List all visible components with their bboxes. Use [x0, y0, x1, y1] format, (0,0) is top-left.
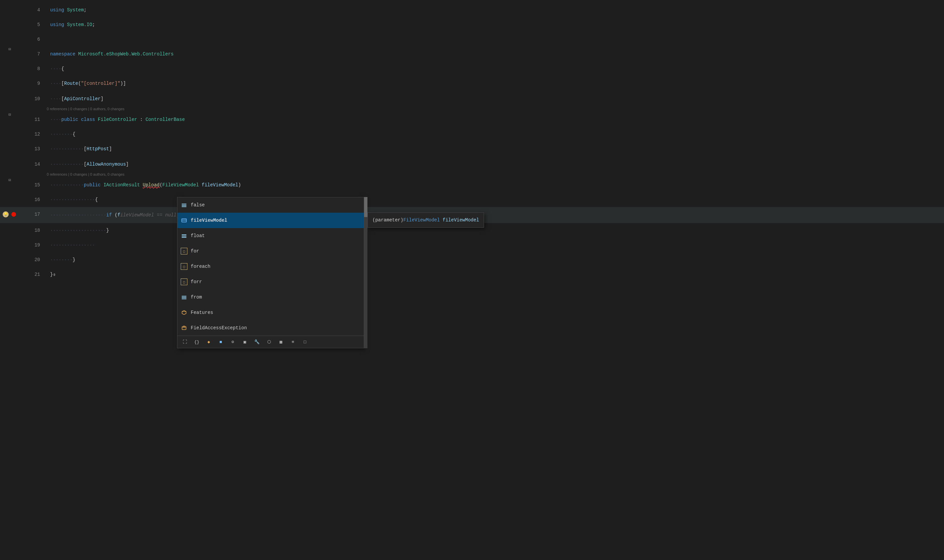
- svg-rect-6: [182, 234, 186, 235]
- item-label-for: for: [191, 248, 199, 254]
- line-content-5: using System.IO;: [47, 17, 944, 32]
- svg-rect-11: [182, 298, 186, 299]
- toolbar-class-icon[interactable]: ◆: [205, 338, 213, 346]
- svg-rect-9: [182, 296, 186, 297]
- code-line-6: 6: [0, 32, 944, 47]
- line-14-hint: 0 references | 0 changes | 0 authors, 0 …: [47, 172, 125, 177]
- item-label-foreach: foreach: [191, 264, 211, 269]
- autocomplete-item-for[interactable]: □ for: [177, 243, 364, 259]
- line-number-15: 15: [20, 178, 47, 192]
- lightbulb-icon[interactable]: 💡: [3, 211, 9, 217]
- gutter-7: ⊟: [0, 47, 20, 52]
- line-number-13: 13: [20, 142, 47, 156]
- line-number-4: 4: [20, 3, 47, 17]
- line-content-10: ····[ApiController]: [47, 91, 103, 106]
- toolbar-cube-icon[interactable]: ⬡: [265, 338, 273, 346]
- fold-icon-11[interactable]: ⊟: [8, 112, 11, 117]
- keyword-icon: [181, 202, 187, 208]
- autocomplete-panel: false fileViewModel float: [177, 197, 484, 348]
- code-line-10: 10 ····[ApiController] 0 references | 0 …: [0, 91, 944, 112]
- item-label-fae: FieldAccessException: [191, 325, 247, 331]
- code-line-11: ⊟ 11 ····public class FileController : C…: [0, 112, 944, 127]
- line-content-12: ········{: [47, 127, 944, 142]
- line-number-18: 18: [20, 223, 47, 238]
- autocomplete-list[interactable]: false fileViewModel float: [177, 197, 364, 348]
- line-content-7: namespace Microsoft.eShopWeb.Web.Control…: [47, 47, 944, 62]
- line-content-11: ····public class FileController : Contro…: [47, 112, 944, 127]
- autocomplete-item-false[interactable]: false: [177, 197, 364, 213]
- line-number-21: 21: [20, 267, 47, 282]
- toolbar-circle-icon[interactable]: ⊙: [229, 338, 237, 346]
- keyword-icon-float: [181, 232, 187, 239]
- editor-container: 4 using System; 5 using System.IO; 6 ⊟: [0, 0, 944, 560]
- autocomplete-item-fieldaccessexception[interactable]: FieldAccessException: [177, 320, 364, 335]
- toolbar-interface-icon[interactable]: ▦: [277, 338, 285, 346]
- line-content-13: ············[HttpPost]: [47, 142, 944, 156]
- code-line-8: 8 ····{: [0, 62, 944, 76]
- code-line-9: 9 ····[Route("[controller]")]: [0, 76, 944, 91]
- toolbar-tool-icon[interactable]: 🔧: [253, 338, 261, 346]
- ghost-completion: ileViewModel: [120, 208, 154, 222]
- line-number-14: 14: [20, 157, 47, 172]
- line-number-8: 8: [20, 62, 47, 76]
- snippet-icon-forr: □: [181, 278, 187, 285]
- gutter-11: ⊟: [0, 112, 20, 117]
- code-line-4: 4 using System;: [0, 3, 944, 17]
- autocomplete-item-from[interactable]: from: [177, 289, 364, 305]
- svg-rect-0: [182, 204, 186, 205]
- code-line-7: ⊟ 7 namespace Microsoft.eShopWeb.Web.Con…: [0, 47, 944, 62]
- line-number-10: 10: [20, 91, 47, 106]
- autocomplete-item-fileviewmodel[interactable]: fileViewModel: [177, 213, 364, 228]
- line-number-11: 11: [20, 112, 47, 127]
- line-number-16: 16: [20, 192, 47, 207]
- gutter-17: 💡: [0, 207, 20, 222]
- info-popup: (parameter) FileViewModel fileViewModel: [367, 212, 484, 228]
- svg-rect-7: [182, 236, 186, 237]
- line-content-8: ····{: [47, 62, 944, 76]
- autocomplete-container: false fileViewModel float: [177, 197, 484, 348]
- autocomplete-item-forr[interactable]: □ forr: [177, 274, 364, 289]
- line-number-19: 19: [20, 238, 47, 252]
- item-label-false: false: [191, 202, 205, 208]
- toolbar-list-icon[interactable]: ≡: [289, 338, 297, 346]
- parameter-icon: [181, 217, 187, 224]
- toolbar-property-icon[interactable]: ▣: [241, 338, 249, 346]
- toolbar-module-icon[interactable]: □: [301, 338, 309, 346]
- snippet-icon-for: □: [181, 248, 187, 254]
- line-number-20: 20: [20, 252, 47, 267]
- autocomplete-item-float[interactable]: float: [177, 228, 364, 243]
- toolbar-snippet-icon[interactable]: {}: [193, 338, 201, 346]
- line-content-15: ············public IActionResult Upload(…: [47, 178, 944, 192]
- item-label-from: from: [191, 294, 202, 300]
- gutter-15: ⊟: [0, 178, 20, 183]
- code-line-13: 13 ············[HttpPost]: [0, 142, 944, 156]
- fold-icon-15[interactable]: ⊟: [8, 178, 11, 183]
- namespace-icon-features: [181, 309, 187, 316]
- code-line-5: 5 using System.IO;: [0, 17, 944, 32]
- keyword-icon-from: [181, 294, 187, 300]
- autocomplete-item-features[interactable]: Features: [177, 305, 364, 320]
- item-label-features: Features: [191, 310, 213, 315]
- line-number-7: 7: [20, 47, 47, 62]
- svg-rect-3: [182, 219, 186, 222]
- item-label-float: float: [191, 233, 205, 238]
- autocomplete-scrollbar[interactable]: [364, 197, 367, 348]
- line-content-4: using System;: [47, 3, 944, 17]
- line-number-9: 9: [20, 76, 47, 91]
- class-icon-fae: [181, 325, 187, 331]
- autocomplete-item-foreach[interactable]: □ foreach: [177, 259, 364, 274]
- code-line-15: ⊟ 15 ············public IActionResult Up…: [0, 178, 944, 192]
- svg-rect-2: [182, 206, 186, 207]
- toolbar-expand-icon[interactable]: ⛶: [181, 338, 189, 346]
- svg-rect-8: [182, 237, 186, 238]
- line-number-12: 12: [20, 127, 47, 142]
- fold-icon-7[interactable]: ⊟: [8, 47, 11, 52]
- item-label-fileviewmodel: fileViewModel: [191, 218, 227, 223]
- autocomplete-toolbar: ⛶ {} ◆ ■ ⊙ ▣ 🔧 ⬡ ▦ ≡ □: [177, 335, 364, 348]
- code-line-14: 14 ············[AllowAnonymous] 0 refere…: [0, 156, 944, 178]
- svg-rect-1: [182, 205, 186, 206]
- item-label-forr: forr: [191, 279, 202, 285]
- svg-rect-10: [182, 297, 186, 298]
- breakpoint[interactable]: [11, 212, 16, 217]
- toolbar-field-icon[interactable]: ■: [217, 338, 225, 346]
